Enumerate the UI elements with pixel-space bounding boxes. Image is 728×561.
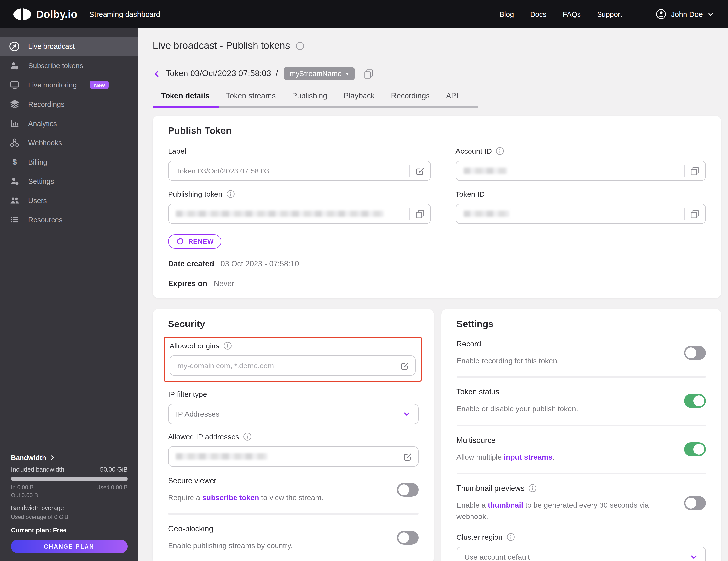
nav-link-support[interactable]: Support bbox=[597, 10, 622, 18]
included-bandwidth-value: 50.00 GiB bbox=[100, 466, 128, 473]
publishing-token-title: Publishing token bbox=[168, 190, 222, 198]
label-value: Token 03/Oct/2023 07:58:03 bbox=[176, 167, 409, 175]
account-id-input[interactable] bbox=[455, 161, 706, 181]
token-status-toggle[interactable] bbox=[684, 394, 706, 408]
subscribe-token-link[interactable]: subscribe token bbox=[202, 493, 259, 502]
sidebar-item-subscribe-tokens[interactable]: Subscribe tokens bbox=[0, 56, 138, 75]
secure-viewer-title: Secure viewer bbox=[168, 476, 389, 485]
allowed-origins-input[interactable]: my-domain.com, *.demo.com bbox=[170, 355, 415, 376]
edit-label-button[interactable] bbox=[409, 166, 430, 176]
product-name: Streaming dashboard bbox=[89, 10, 160, 18]
ip-filter-type-select[interactable]: IP Addresses bbox=[168, 404, 418, 424]
sidebar-item-billing[interactable]: $ Billing bbox=[0, 152, 138, 172]
dolby-logo[interactable]: Dolby.io bbox=[13, 8, 77, 20]
redacted-publishing-token bbox=[176, 211, 384, 217]
sidebar-item-label: Webhooks bbox=[28, 139, 62, 147]
nav-divider bbox=[639, 8, 639, 20]
users-icon bbox=[9, 195, 20, 206]
geo-blocking-toggle[interactable] bbox=[397, 531, 418, 545]
token-status-row: Token status Enable or disable your publ… bbox=[456, 388, 706, 415]
geo-blocking-desc: Enable publishing streams by country. bbox=[168, 540, 389, 552]
redacted-account-id bbox=[463, 168, 507, 174]
publishing-token-input[interactable] bbox=[168, 204, 431, 224]
nav-link-blog[interactable]: Blog bbox=[499, 10, 514, 18]
list-icon bbox=[9, 215, 20, 225]
multisource-toggle[interactable] bbox=[684, 442, 706, 456]
publishing-token-field-group: Publishing token bbox=[168, 190, 431, 224]
token-id-input[interactable] bbox=[455, 204, 706, 224]
copy-publishing-token-button[interactable] bbox=[409, 209, 430, 219]
thumbnail-desc: Enable a bbox=[456, 501, 488, 509]
current-plan: Current plan: Free bbox=[11, 526, 128, 534]
label-input[interactable]: Token 03/Oct/2023 07:58:03 bbox=[168, 161, 431, 181]
copy-account-id-button[interactable] bbox=[685, 166, 705, 176]
info-icon[interactable] bbox=[507, 533, 515, 541]
token-status-title: Token status bbox=[456, 388, 676, 397]
edit-allowed-ips-button[interactable] bbox=[397, 451, 418, 462]
info-icon[interactable] bbox=[223, 342, 232, 350]
back-button[interactable] bbox=[153, 69, 161, 78]
sidebar-item-webhooks[interactable]: Webhooks bbox=[0, 133, 138, 152]
chevron-right-icon bbox=[49, 455, 55, 461]
renew-button[interactable]: RENEW bbox=[168, 234, 222, 249]
label-field-group: Label Token 03/Oct/2023 07:58:03 bbox=[168, 147, 431, 181]
edit-allowed-origins-button[interactable] bbox=[394, 360, 415, 371]
tab-token-streams[interactable]: Token streams bbox=[226, 91, 276, 106]
tab-recordings[interactable]: Recordings bbox=[391, 91, 430, 106]
copy-stream-name-button[interactable] bbox=[363, 68, 374, 79]
publish-token-heading: Publish Token bbox=[168, 126, 706, 136]
multisource-desc-post: . bbox=[553, 453, 555, 461]
label-field-title: Label bbox=[168, 147, 186, 155]
chevron-down-icon bbox=[395, 410, 418, 418]
secure-viewer-toggle[interactable] bbox=[397, 483, 418, 497]
secure-viewer-desc-post: to view the stream. bbox=[259, 493, 323, 502]
expires-on-value: Never bbox=[214, 279, 234, 288]
sidebar-item-users[interactable]: Users bbox=[0, 191, 138, 210]
avatar-icon bbox=[655, 8, 667, 20]
token-status-desc: Enable or disable your publish token. bbox=[456, 403, 676, 415]
bandwidth-link[interactable]: Bandwidth bbox=[11, 454, 128, 462]
chevron-down-icon bbox=[707, 11, 714, 18]
thumbnail-link[interactable]: thumbnail bbox=[488, 501, 523, 509]
bandwidth-progress-bar bbox=[11, 477, 128, 481]
record-title: Record bbox=[456, 340, 676, 348]
tab-api[interactable]: API bbox=[446, 91, 458, 106]
info-icon[interactable] bbox=[529, 484, 537, 493]
copy-token-id-button[interactable] bbox=[685, 209, 705, 219]
secure-viewer-desc: Require a bbox=[168, 493, 202, 502]
thumbnail-previews-title: Thumbnail previews bbox=[456, 484, 525, 493]
change-plan-button[interactable]: CHANGE PLAN bbox=[11, 540, 128, 553]
bandwidth-overage-title: Bandwidth overage bbox=[11, 505, 128, 512]
thumbnail-previews-toggle[interactable] bbox=[684, 496, 706, 510]
section-divider bbox=[456, 424, 706, 426]
logo-text: Dolby.io bbox=[36, 8, 77, 20]
cluster-region-select[interactable]: Use account default bbox=[456, 547, 706, 561]
tab-token-details[interactable]: Token details bbox=[161, 91, 210, 106]
record-toggle[interactable] bbox=[684, 346, 706, 360]
tab-playback[interactable]: Playback bbox=[343, 91, 375, 106]
main-content: Live broadcast - Publish tokens Token 03… bbox=[138, 28, 728, 561]
info-icon[interactable] bbox=[243, 432, 252, 441]
nav-link-faqs[interactable]: FAQs bbox=[563, 10, 581, 18]
bar-chart-icon bbox=[9, 118, 20, 129]
sidebar-item-live-broadcast[interactable]: Live broadcast bbox=[0, 37, 138, 56]
sidebar-item-label: Subscribe tokens bbox=[28, 62, 83, 69]
sidebar-item-resources[interactable]: Resources bbox=[0, 210, 138, 229]
layers-icon bbox=[9, 99, 20, 109]
sidebar-item-live-monitoring[interactable]: Live monitoring New bbox=[0, 75, 138, 94]
nav-link-docs[interactable]: Docs bbox=[530, 10, 546, 18]
allowed-ips-input[interactable] bbox=[168, 446, 418, 467]
sidebar-item-settings[interactable]: Settings bbox=[0, 172, 138, 191]
sidebar-item-recordings[interactable]: Recordings bbox=[0, 94, 138, 114]
info-icon[interactable] bbox=[496, 147, 504, 155]
sidebar-item-analytics[interactable]: Analytics bbox=[0, 114, 138, 133]
info-icon[interactable] bbox=[296, 41, 304, 50]
allowed-origins-placeholder: my-domain.com, *.demo.com bbox=[177, 361, 394, 370]
sidebar-item-label: Billing bbox=[28, 158, 47, 166]
bandwidth-overage-detail: Used overage of 0 GiB bbox=[11, 514, 128, 520]
stream-name-dropdown[interactable]: myStreamName ▾ bbox=[284, 67, 355, 80]
info-icon[interactable] bbox=[226, 190, 235, 198]
input-streams-link[interactable]: input streams bbox=[504, 453, 553, 461]
tab-publishing[interactable]: Publishing bbox=[292, 91, 327, 106]
user-menu[interactable]: John Doe bbox=[655, 8, 714, 20]
